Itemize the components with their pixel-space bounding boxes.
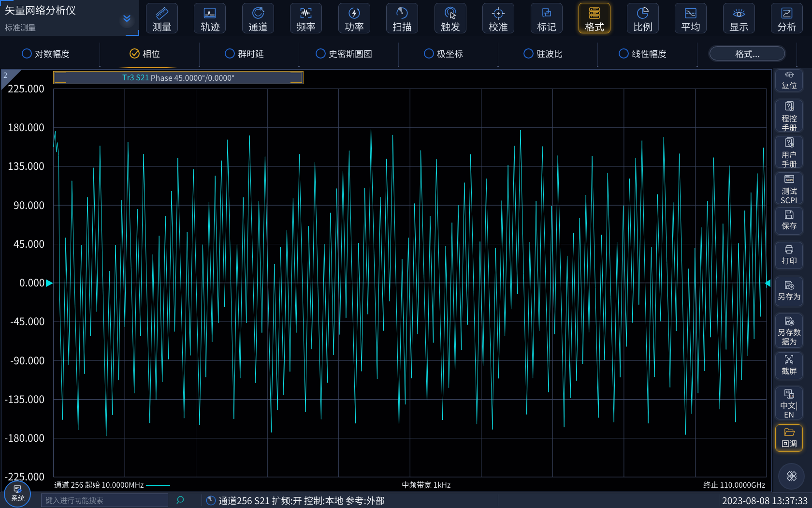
svg-text:P: P [791, 107, 793, 110]
svg-text:En: En [790, 394, 794, 398]
svg-text:H: H [791, 144, 793, 147]
svg-text:SCPI: SCPI [786, 179, 793, 181]
